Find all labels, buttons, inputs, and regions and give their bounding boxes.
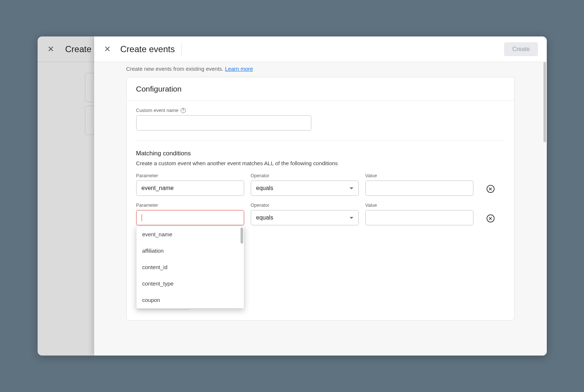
parameter-autocomplete: event_name affiliation content_id conten… <box>136 226 244 308</box>
value-input[interactable] <box>365 181 473 196</box>
back-title: Create <box>65 44 92 54</box>
autocomplete-option[interactable]: affiliation <box>137 242 244 259</box>
custom-event-name-input[interactable] <box>136 115 311 131</box>
learn-more-link[interactable]: Learn more <box>225 66 253 72</box>
matching-conditions-subtitle: Create a custom event when another event… <box>136 160 505 166</box>
value-label: Value <box>365 173 473 178</box>
close-icon[interactable]: ✕ <box>103 45 112 54</box>
copy-params-fragment: ent <box>229 257 505 263</box>
autocomplete-option[interactable]: content_type <box>137 275 244 292</box>
autocomplete-option[interactable]: content_id <box>137 259 244 275</box>
value-input[interactable] <box>365 210 473 225</box>
help-icon[interactable]: ? <box>181 108 186 113</box>
remove-condition-icon[interactable]: ✕ <box>487 214 495 222</box>
chevron-down-icon <box>350 217 353 219</box>
intro-text: Create new events from existing events. … <box>94 62 547 77</box>
text-cursor <box>142 214 142 221</box>
condition-row: Parameter event_name affiliation content… <box>136 202 505 225</box>
parameter-input[interactable] <box>136 181 244 196</box>
configuration-heading: Configuration <box>127 77 514 101</box>
chevron-down-icon <box>350 187 353 189</box>
panel-body: Create new events from existing events. … <box>94 62 547 356</box>
operator-select[interactable]: equals <box>251 210 359 225</box>
operator-label: Operator <box>251 202 359 208</box>
autocomplete-option[interactable]: event_name <box>137 226 244 242</box>
create-events-panel: ✕ Create events Create Create new events… <box>94 36 547 356</box>
operator-select[interactable]: equals <box>251 181 359 196</box>
operator-label: Operator <box>251 173 359 178</box>
matching-conditions-title: Matching conditions <box>136 150 505 157</box>
condition-row: Parameter Operator equals Value <box>136 173 505 196</box>
panel-title: Create events <box>120 43 182 56</box>
remove-condition-icon[interactable]: ✕ <box>487 185 495 193</box>
scrollbar-thumb[interactable] <box>543 62 546 142</box>
autocomplete-option[interactable]: coupon <box>137 292 244 308</box>
value-label: Value <box>365 202 473 208</box>
scrollbar-thumb[interactable] <box>241 228 243 244</box>
divider <box>136 140 505 140</box>
configuration-card: Configuration Custom event name ? Matchi… <box>126 77 515 321</box>
back-panel: ✕ Create ✕ Create events Create Create n… <box>38 36 547 356</box>
close-icon[interactable]: ✕ <box>46 45 55 54</box>
panel-header: ✕ Create events Create <box>94 36 547 62</box>
create-button[interactable]: Create <box>504 42 538 56</box>
custom-event-name-label: Custom event name ? <box>136 108 505 113</box>
parameter-label: Parameter <box>136 173 244 178</box>
parameter-input[interactable] <box>136 210 244 225</box>
parameter-label: Parameter <box>136 202 244 208</box>
